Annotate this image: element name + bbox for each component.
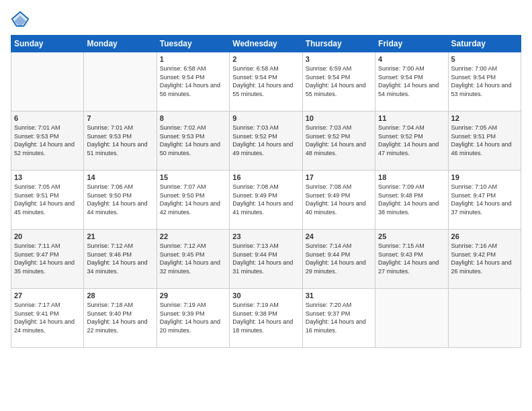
calendar-cell: 10Sunrise: 7:03 AM Sunset: 9:52 PM Dayli… <box>302 111 375 171</box>
calendar-cell: 12Sunrise: 7:05 AM Sunset: 9:51 PM Dayli… <box>448 111 521 171</box>
day-info: Sunrise: 7:08 AM Sunset: 9:49 PM Dayligh… <box>232 183 299 216</box>
day-info: Sunrise: 7:05 AM Sunset: 9:51 PM Dayligh… <box>14 183 81 216</box>
day-info: Sunrise: 7:07 AM Sunset: 9:50 PM Dayligh… <box>160 183 226 216</box>
day-number: 24 <box>306 232 372 240</box>
day-header-monday: Monday <box>84 36 157 52</box>
day-info: Sunrise: 7:11 AM Sunset: 9:47 PM Dayligh… <box>14 242 81 275</box>
calendar-cell: 14Sunrise: 7:06 AM Sunset: 9:50 PM Dayli… <box>84 171 157 230</box>
day-number: 9 <box>232 114 299 122</box>
day-info: Sunrise: 7:03 AM Sunset: 9:52 PM Dayligh… <box>232 124 299 157</box>
logo-icon <box>11 11 30 30</box>
day-info: Sunrise: 7:03 AM Sunset: 9:52 PM Dayligh… <box>306 124 372 157</box>
day-info: Sunrise: 7:01 AM Sunset: 9:53 PM Dayligh… <box>14 124 81 157</box>
calendar-table: SundayMondayTuesdayWednesdayThursdayFrid… <box>11 35 521 348</box>
day-number: 18 <box>378 173 445 181</box>
calendar-cell: 25Sunrise: 7:15 AM Sunset: 9:43 PM Dayli… <box>375 230 448 289</box>
day-number: 16 <box>232 173 299 181</box>
calendar-cell: 15Sunrise: 7:07 AM Sunset: 9:50 PM Dayli… <box>157 171 229 230</box>
calendar-cell: 26Sunrise: 7:16 AM Sunset: 9:42 PM Dayli… <box>448 230 521 289</box>
calendar-cell <box>375 289 448 348</box>
calendar-cell: 19Sunrise: 7:10 AM Sunset: 9:47 PM Dayli… <box>448 171 521 230</box>
day-number: 19 <box>451 173 518 181</box>
calendar-cell: 17Sunrise: 7:08 AM Sunset: 9:49 PM Dayli… <box>302 171 375 230</box>
day-number: 5 <box>451 55 518 63</box>
logo <box>11 11 32 30</box>
day-info: Sunrise: 7:08 AM Sunset: 9:49 PM Dayligh… <box>306 183 372 216</box>
calendar-cell: 16Sunrise: 7:08 AM Sunset: 9:49 PM Dayli… <box>230 171 302 230</box>
week-row-2: 6Sunrise: 7:01 AM Sunset: 9:53 PM Daylig… <box>11 111 521 171</box>
day-number: 23 <box>232 232 299 240</box>
week-row-5: 27Sunrise: 7:17 AM Sunset: 9:41 PM Dayli… <box>11 289 521 348</box>
week-row-3: 13Sunrise: 7:05 AM Sunset: 9:51 PM Dayli… <box>11 171 521 230</box>
day-info: Sunrise: 7:00 AM Sunset: 9:54 PM Dayligh… <box>451 64 518 98</box>
day-info: Sunrise: 7:19 AM Sunset: 9:38 PM Dayligh… <box>232 301 299 334</box>
day-info: Sunrise: 7:16 AM Sunset: 9:42 PM Dayligh… <box>451 242 518 275</box>
calendar-cell: 28Sunrise: 7:18 AM Sunset: 9:40 PM Dayli… <box>84 289 157 348</box>
day-info: Sunrise: 6:58 AM Sunset: 9:54 PM Dayligh… <box>160 64 226 98</box>
day-number: 22 <box>160 232 226 240</box>
calendar-cell: 9Sunrise: 7:03 AM Sunset: 9:52 PM Daylig… <box>230 111 302 171</box>
day-number: 12 <box>451 114 518 122</box>
day-info: Sunrise: 7:01 AM Sunset: 9:53 PM Dayligh… <box>87 124 153 157</box>
calendar-cell: 13Sunrise: 7:05 AM Sunset: 9:51 PM Dayli… <box>11 171 84 230</box>
day-info: Sunrise: 6:59 AM Sunset: 9:54 PM Dayligh… <box>306 64 372 98</box>
day-info: Sunrise: 7:02 AM Sunset: 9:53 PM Dayligh… <box>160 124 226 157</box>
calendar-cell: 27Sunrise: 7:17 AM Sunset: 9:41 PM Dayli… <box>11 289 84 348</box>
day-number: 30 <box>232 291 299 300</box>
week-row-4: 20Sunrise: 7:11 AM Sunset: 9:47 PM Dayli… <box>11 230 521 289</box>
calendar-cell: 29Sunrise: 7:19 AM Sunset: 9:39 PM Dayli… <box>157 289 229 348</box>
day-number: 6 <box>14 114 81 122</box>
day-number: 25 <box>378 232 445 240</box>
calendar-header-row: SundayMondayTuesdayWednesdayThursdayFrid… <box>11 36 521 52</box>
calendar-cell: 5Sunrise: 7:00 AM Sunset: 9:54 PM Daylig… <box>448 52 521 111</box>
calendar-cell: 3Sunrise: 6:59 AM Sunset: 9:54 PM Daylig… <box>302 52 375 111</box>
calendar-cell: 30Sunrise: 7:19 AM Sunset: 9:38 PM Dayli… <box>230 289 302 348</box>
calendar-cell <box>11 52 84 111</box>
day-info: Sunrise: 7:20 AM Sunset: 9:37 PM Dayligh… <box>306 301 372 334</box>
day-header-saturday: Saturday <box>448 36 521 52</box>
day-header-wednesday: Wednesday <box>230 36 302 52</box>
day-number: 17 <box>306 173 372 181</box>
day-number: 13 <box>14 173 81 181</box>
day-info: Sunrise: 7:09 AM Sunset: 9:48 PM Dayligh… <box>378 183 445 216</box>
day-number: 1 <box>160 55 226 63</box>
day-info: Sunrise: 7:17 AM Sunset: 9:41 PM Dayligh… <box>14 301 81 334</box>
day-number: 2 <box>232 55 299 63</box>
calendar-cell: 1Sunrise: 6:58 AM Sunset: 9:54 PM Daylig… <box>157 52 229 111</box>
calendar-cell: 21Sunrise: 7:12 AM Sunset: 9:46 PM Dayli… <box>84 230 157 289</box>
calendar-cell: 31Sunrise: 7:20 AM Sunset: 9:37 PM Dayli… <box>302 289 375 348</box>
day-info: Sunrise: 7:10 AM Sunset: 9:47 PM Dayligh… <box>451 183 518 216</box>
day-number: 3 <box>306 55 372 63</box>
calendar-cell: 22Sunrise: 7:12 AM Sunset: 9:45 PM Dayli… <box>157 230 229 289</box>
day-number: 27 <box>14 291 81 300</box>
day-number: 28 <box>87 291 153 300</box>
day-number: 15 <box>160 173 226 181</box>
day-info: Sunrise: 7:18 AM Sunset: 9:40 PM Dayligh… <box>87 301 153 334</box>
day-info: Sunrise: 7:12 AM Sunset: 9:46 PM Dayligh… <box>87 242 153 275</box>
day-info: Sunrise: 7:06 AM Sunset: 9:50 PM Dayligh… <box>87 183 153 216</box>
calendar-cell: 11Sunrise: 7:04 AM Sunset: 9:52 PM Dayli… <box>375 111 448 171</box>
calendar-cell <box>448 289 521 348</box>
day-info: Sunrise: 7:13 AM Sunset: 9:44 PM Dayligh… <box>232 242 299 275</box>
day-info: Sunrise: 6:58 AM Sunset: 9:54 PM Dayligh… <box>232 64 299 98</box>
day-info: Sunrise: 7:00 AM Sunset: 9:54 PM Dayligh… <box>378 64 445 98</box>
calendar-cell: 6Sunrise: 7:01 AM Sunset: 9:53 PM Daylig… <box>11 111 84 171</box>
calendar-cell: 8Sunrise: 7:02 AM Sunset: 9:53 PM Daylig… <box>157 111 229 171</box>
day-header-tuesday: Tuesday <box>157 36 229 52</box>
day-info: Sunrise: 7:12 AM Sunset: 9:45 PM Dayligh… <box>160 242 226 275</box>
day-number: 29 <box>160 291 226 300</box>
calendar-cell: 2Sunrise: 6:58 AM Sunset: 9:54 PM Daylig… <box>230 52 302 111</box>
day-number: 14 <box>87 173 153 181</box>
day-info: Sunrise: 7:04 AM Sunset: 9:52 PM Dayligh… <box>378 124 445 157</box>
calendar-cell <box>84 52 157 111</box>
day-number: 10 <box>306 114 372 122</box>
day-info: Sunrise: 7:14 AM Sunset: 9:44 PM Dayligh… <box>306 242 372 275</box>
page-header <box>11 11 521 30</box>
calendar-cell: 24Sunrise: 7:14 AM Sunset: 9:44 PM Dayli… <box>302 230 375 289</box>
day-header-friday: Friday <box>375 36 448 52</box>
calendar-cell: 7Sunrise: 7:01 AM Sunset: 9:53 PM Daylig… <box>84 111 157 171</box>
day-number: 4 <box>378 55 445 63</box>
week-row-1: 1Sunrise: 6:58 AM Sunset: 9:54 PM Daylig… <box>11 52 521 111</box>
day-number: 8 <box>160 114 226 122</box>
day-header-sunday: Sunday <box>11 36 84 52</box>
